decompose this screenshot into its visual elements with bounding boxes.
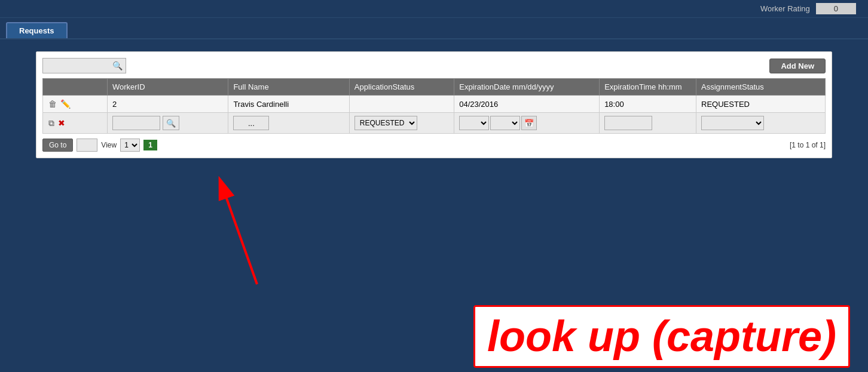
col-header-fullname: Full Name — [228, 79, 349, 96]
new-row-appstatus-cell: REQUESTED APPROVED DENIED — [349, 113, 454, 134]
delete-row-button[interactable]: 🗑 — [48, 99, 57, 109]
row-expdate-cell: 04/23/2016 — [454, 96, 600, 113]
tab-requests[interactable]: Requests — [6, 22, 68, 38]
new-row: ⧉ ✖ 🔍 ... RE — [43, 113, 826, 134]
main-content: 🔍 Add New WorkerID Full Name Application… — [0, 39, 868, 372]
col-header-actions — [43, 79, 108, 96]
add-new-button[interactable]: Add New — [769, 59, 826, 73]
ellipsis-button[interactable]: ... — [233, 116, 269, 130]
row-exptime-cell: 18:00 — [600, 96, 696, 113]
top-bar-right: Worker Rating 0 — [760, 3, 856, 14]
edit-row-button[interactable]: ✏️ — [60, 99, 71, 109]
worker-rating-value: 0 — [816, 3, 856, 14]
new-row-assignstatus-cell: REQUESTED ASSIGNED — [696, 113, 826, 134]
search-box: 🔍 — [42, 58, 126, 73]
date-input-wrapper: 📅 — [459, 116, 594, 130]
col-header-appstatus: ApplicationStatus — [349, 79, 454, 96]
new-exptime-input[interactable] — [604, 116, 652, 130]
pagination-row: Go to View 1 1 [1 to 1 of 1] — [42, 139, 826, 152]
search-icon: 🔍 — [112, 61, 123, 70]
calendar-button[interactable]: 📅 — [521, 116, 537, 130]
tab-bar: Requests — [0, 18, 868, 39]
view-select[interactable]: 1 — [120, 139, 140, 152]
goto-button[interactable]: Go to — [42, 139, 73, 152]
row-actions-cell: 🗑 ✏️ — [43, 96, 108, 113]
table-header-row: WorkerID Full Name ApplicationStatus Exp… — [43, 79, 826, 96]
worker-rating-label: Worker Rating — [760, 4, 810, 13]
expdate-month-select[interactable] — [459, 116, 489, 130]
annotation-text: look up (capture) — [487, 313, 836, 360]
table-container: 🔍 Add New WorkerID Full Name Application… — [36, 51, 832, 158]
row-appstatus-cell — [349, 96, 454, 113]
col-header-exptime: ExpirationTime hh:mm — [600, 79, 696, 96]
top-bar: Worker Rating 0 — [0, 0, 868, 18]
workerid-input-wrapper: 🔍 — [112, 116, 223, 130]
col-header-expdate: ExpirationDate mm/dd/yyyy — [454, 79, 600, 96]
row-workerid-cell: 2 — [107, 96, 228, 113]
row-assignstatus-cell: REQUESTED — [696, 96, 826, 113]
row-action-icons: 🗑 ✏️ — [48, 99, 102, 109]
copy-row-button[interactable]: ⧉ — [48, 118, 55, 129]
annotation-overlay: look up (capture) — [473, 305, 850, 368]
new-row-exptime-cell — [600, 113, 696, 134]
col-header-assignstatus: AssignmentStatus — [696, 79, 826, 96]
lookup-button[interactable]: 🔍 — [163, 116, 179, 130]
new-row-action-icons: ⧉ ✖ — [48, 118, 102, 129]
expdate-day-select[interactable] — [490, 116, 520, 130]
page-info: [1 to 1 of 1] — [790, 141, 826, 149]
remove-row-button[interactable]: ✖ — [57, 118, 66, 128]
row-fullname-cell: Travis Cardinelli — [228, 96, 349, 113]
toolbar-row: 🔍 Add New — [42, 58, 826, 73]
data-table: WorkerID Full Name ApplicationStatus Exp… — [42, 78, 826, 134]
assignstatus-select[interactable]: REQUESTED ASSIGNED — [701, 116, 764, 130]
new-workerid-input[interactable] — [112, 116, 160, 130]
table-row: 🗑 ✏️ 2 Travis Cardinelli 04/23/2016 18:0… — [43, 96, 826, 113]
col-header-workerid: WorkerID — [107, 79, 228, 96]
appstatus-select[interactable]: REQUESTED APPROVED DENIED — [354, 116, 417, 130]
new-row-actions-cell: ⧉ ✖ — [43, 113, 108, 134]
current-page-box: 1 — [143, 140, 157, 150]
view-label: View — [101, 141, 117, 149]
page-input[interactable] — [77, 139, 97, 152]
new-row-workerid-cell: 🔍 — [107, 113, 228, 134]
search-input[interactable] — [47, 62, 112, 70]
annotation-arrow — [120, 141, 299, 290]
svg-line-1 — [224, 192, 257, 284]
new-row-expdate-cell: 📅 — [454, 113, 600, 134]
new-row-fullname-cell: ... — [228, 113, 349, 134]
